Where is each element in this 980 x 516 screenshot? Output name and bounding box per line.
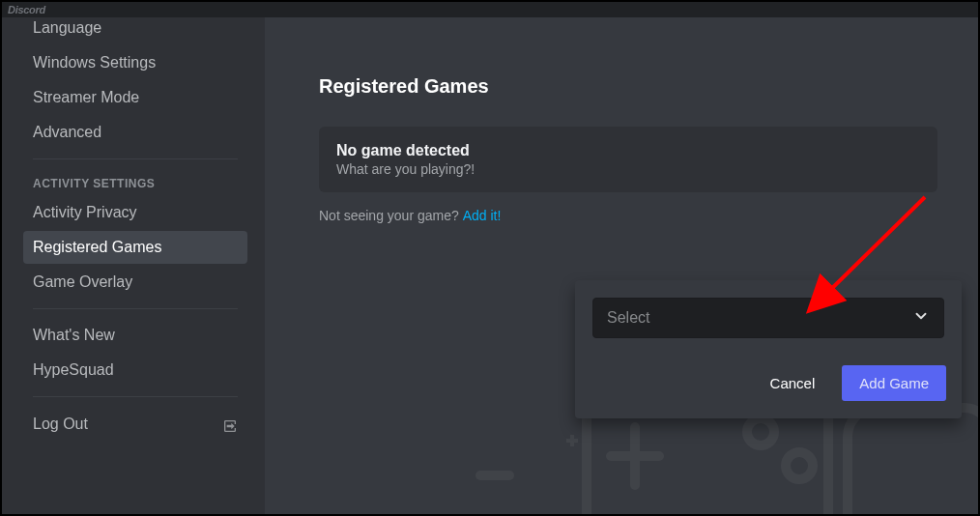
settings-sidebar: Language Windows Settings Streamer Mode …: [2, 17, 265, 514]
game-detect-panel: No game detected What are you playing?!: [319, 127, 937, 192]
sidebar-item-advanced[interactable]: Advanced: [23, 116, 247, 149]
select-placeholder: Select: [607, 309, 649, 327]
svg-point-2: [747, 418, 774, 445]
sidebar-item-game-overlay[interactable]: Game Overlay: [23, 266, 247, 299]
sidebar-separator: [33, 158, 238, 159]
add-it-link[interactable]: Add it!: [463, 208, 502, 223]
add-game-hint: Not seeing your game? Add it!: [319, 208, 978, 223]
logout-icon: [222, 415, 238, 434]
sidebar-item-registered-games[interactable]: Registered Games: [23, 231, 247, 264]
sidebar-separator: [33, 308, 238, 309]
sidebar-separator: [33, 396, 238, 397]
detect-subtitle: What are you playing?!: [336, 161, 920, 177]
settings-main: Registered Games No game detected What a…: [265, 17, 978, 514]
sidebar-item-streamer-mode[interactable]: Streamer Mode: [23, 81, 247, 114]
sidebar-item-windows-settings[interactable]: Windows Settings: [23, 46, 247, 79]
add-game-button[interactable]: Add Game: [842, 365, 946, 401]
sidebar-item-hypesquad[interactable]: HypeSquad: [23, 354, 247, 387]
cancel-button[interactable]: Cancel: [764, 367, 821, 399]
svg-point-3: [786, 452, 813, 479]
sidebar-item-whats-new[interactable]: What's New: [23, 319, 247, 352]
game-select-dropdown[interactable]: Select: [592, 298, 944, 338]
hint-text: Not seeing your game?: [319, 208, 463, 223]
add-game-popup: Select Cancel Add Game: [575, 280, 962, 418]
chevron-down-icon: [912, 307, 930, 329]
page-title: Registered Games: [319, 75, 978, 98]
sidebar-header-activity: ACTIVITY SETTINGS: [23, 169, 247, 194]
detect-title: No game detected: [336, 142, 920, 159]
sidebar-item-activity-privacy[interactable]: Activity Privacy: [23, 196, 247, 229]
svg-rect-4: [848, 408, 978, 514]
window-titlebar: Discord: [2, 2, 978, 17]
sidebar-item-logout[interactable]: Log Out: [23, 407, 247, 442]
sidebar-item-language[interactable]: Language: [23, 17, 247, 44]
app-name: Discord: [8, 4, 45, 15]
